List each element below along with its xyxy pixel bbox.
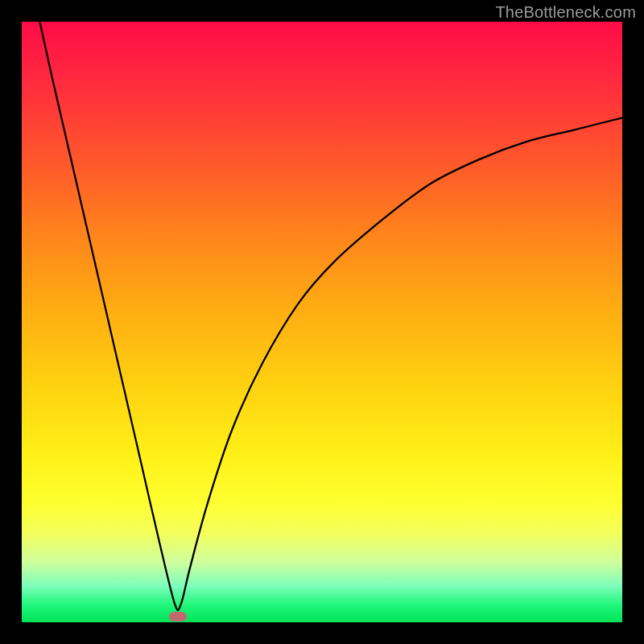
curve-layer (22, 22, 622, 622)
chart-frame: TheBottleneck.com (0, 0, 644, 644)
plot-area (22, 22, 622, 622)
watermark-text: TheBottleneck.com (495, 3, 636, 22)
bottleneck-curve (39, 22, 622, 610)
minimum-marker (169, 612, 187, 621)
